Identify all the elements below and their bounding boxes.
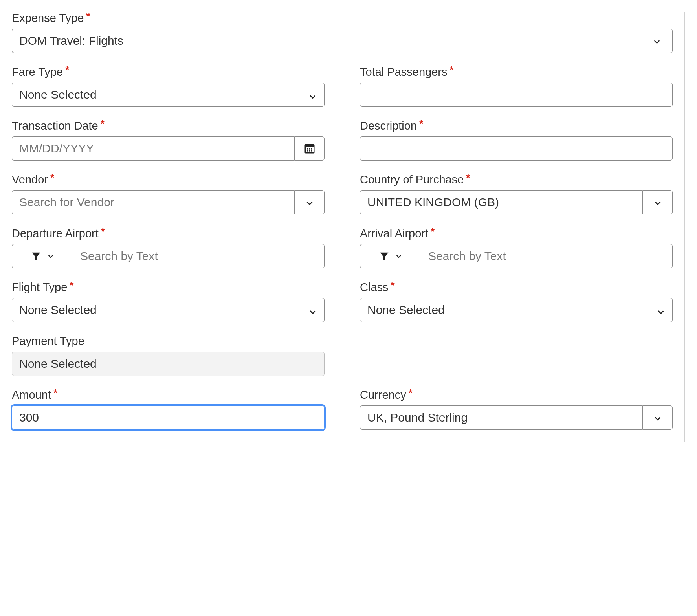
svg-rect-1: [305, 145, 314, 147]
chevron-down-icon: [308, 306, 317, 314]
chevron-down-icon: [653, 198, 662, 207]
calendar-icon: [304, 143, 315, 154]
currency-select[interactable]: UK, Pound Sterling: [360, 405, 642, 430]
vendor-search-input[interactable]: [12, 190, 294, 214]
chevron-down-icon: [653, 413, 662, 422]
amount-input[interactable]: [12, 405, 325, 430]
expense-type-dropdown-button[interactable]: [641, 29, 673, 53]
required-asterisk: *: [449, 65, 453, 75]
chevron-down-icon: [308, 90, 317, 99]
country-of-purchase-label: Country of Purchase *: [360, 173, 673, 186]
vendor-dropdown-button[interactable]: [294, 190, 325, 214]
required-asterisk: *: [409, 388, 413, 398]
expense-type-label: Expense Type *: [12, 12, 673, 25]
svg-point-6: [309, 150, 310, 152]
departure-airport-filter-button[interactable]: [12, 244, 73, 268]
svg-point-7: [311, 150, 312, 152]
chevron-down-icon: [653, 37, 661, 45]
required-asterisk: *: [86, 11, 90, 21]
transaction-date-calendar-button[interactable]: [294, 136, 325, 161]
required-asterisk: *: [419, 119, 423, 129]
svg-point-4: [311, 148, 312, 150]
class-label: Class *: [360, 281, 673, 294]
description-label: Description *: [360, 119, 673, 132]
filter-icon: [379, 251, 390, 262]
arrival-airport-label: Arrival Airport *: [360, 227, 673, 240]
country-of-purchase-select[interactable]: UNITED KINGDOM (GB): [360, 190, 642, 214]
arrival-airport-search-input[interactable]: [421, 244, 673, 268]
payment-type-label: Payment Type: [12, 335, 325, 348]
required-asterisk: *: [65, 65, 69, 75]
chevron-down-icon: [395, 253, 402, 260]
departure-airport-search-input[interactable]: [73, 244, 325, 268]
required-asterisk: *: [466, 172, 470, 183]
flight-type-label: Flight Type *: [12, 281, 325, 294]
required-asterisk: *: [53, 388, 57, 398]
required-asterisk: *: [391, 280, 395, 290]
required-asterisk: *: [101, 226, 105, 236]
currency-label: Currency *: [360, 389, 673, 402]
svg-marker-9: [380, 253, 389, 260]
country-of-purchase-dropdown-button[interactable]: [642, 190, 673, 214]
fare-type-select[interactable]: None Selected: [12, 82, 325, 107]
vendor-label: Vendor *: [12, 173, 325, 186]
svg-point-5: [307, 150, 308, 152]
chevron-down-icon: [657, 306, 665, 314]
chevron-down-icon: [305, 198, 314, 207]
svg-point-2: [307, 148, 308, 150]
departure-airport-label: Departure Airport *: [12, 227, 325, 240]
arrival-airport-filter-button[interactable]: [360, 244, 421, 268]
chevron-down-icon: [47, 253, 54, 260]
svg-point-3: [309, 148, 310, 150]
required-asterisk: *: [101, 119, 105, 129]
filter-icon: [31, 251, 42, 262]
description-input[interactable]: [360, 136, 673, 161]
expense-type-select[interactable]: DOM Travel: Flights: [12, 29, 641, 53]
flight-type-select[interactable]: None Selected: [12, 298, 325, 322]
required-asterisk: *: [50, 172, 54, 183]
transaction-date-label: Transaction Date *: [12, 119, 325, 132]
total-passengers-label: Total Passengers *: [360, 66, 673, 79]
class-select[interactable]: None Selected: [360, 298, 673, 322]
currency-dropdown-button[interactable]: [642, 405, 673, 430]
total-passengers-input[interactable]: [360, 82, 673, 107]
transaction-date-input[interactable]: [12, 136, 294, 161]
fare-type-label: Fare Type *: [12, 66, 325, 79]
required-asterisk: *: [431, 226, 435, 236]
payment-type-readonly: None Selected: [12, 352, 325, 376]
svg-marker-8: [32, 253, 40, 260]
amount-label: Amount *: [12, 389, 325, 402]
required-asterisk: *: [70, 280, 73, 290]
